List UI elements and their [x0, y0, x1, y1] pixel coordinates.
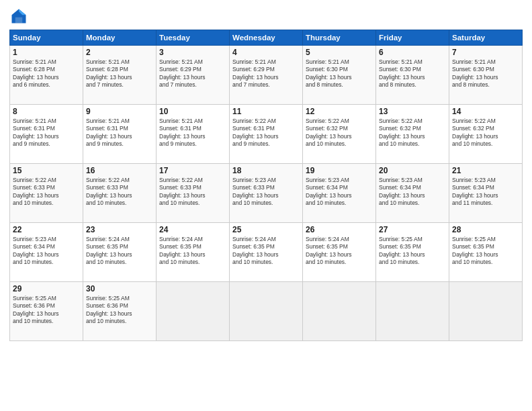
- calendar-cell: 13Sunrise: 5:22 AMSunset: 6:32 PMDayligh…: [376, 105, 449, 164]
- cell-info: Sunrise: 5:21 AMSunset: 6:31 PMDaylight:…: [159, 118, 226, 148]
- calendar-cell: 30Sunrise: 5:25 AMSunset: 6:36 PMDayligh…: [83, 282, 157, 341]
- day-number: 5: [306, 48, 373, 57]
- calendar-cell: [376, 282, 449, 341]
- cell-info: Sunrise: 5:25 AMSunset: 6:35 PMDaylight:…: [379, 236, 446, 267]
- day-number: 12: [306, 107, 373, 116]
- calendar-table: SundayMondayTuesdayWednesdayThursdayFrid…: [9, 30, 523, 341]
- day-number: 23: [86, 225, 153, 234]
- day-number: 10: [159, 107, 226, 116]
- day-number: 3: [159, 48, 226, 57]
- calendar-week-1: 1Sunrise: 5:21 AMSunset: 6:28 PMDaylight…: [10, 46, 523, 105]
- day-number: 26: [306, 225, 373, 234]
- calendar-cell: 4Sunrise: 5:21 AMSunset: 6:29 PMDaylight…: [230, 46, 303, 105]
- day-number: 24: [159, 225, 226, 234]
- weekday-header-sunday: Sunday: [10, 30, 83, 46]
- cell-info: Sunrise: 5:21 AMSunset: 6:30 PMDaylight:…: [379, 58, 446, 89]
- calendar-cell: [449, 282, 523, 341]
- cell-info: Sunrise: 5:25 AMSunset: 6:36 PMDaylight:…: [13, 295, 80, 326]
- cell-info: Sunrise: 5:24 AMSunset: 6:35 PMDaylight:…: [159, 236, 226, 267]
- cell-info: Sunrise: 5:22 AMSunset: 6:31 PMDaylight:…: [232, 118, 300, 148]
- day-number: 13: [379, 107, 446, 116]
- svg-rect-2: [15, 17, 23, 24]
- day-number: 30: [86, 284, 153, 293]
- weekday-header-monday: Monday: [83, 30, 157, 46]
- calendar-week-4: 22Sunrise: 5:23 AMSunset: 6:34 PMDayligh…: [10, 223, 523, 282]
- cell-info: Sunrise: 5:23 AMSunset: 6:33 PMDaylight:…: [232, 177, 300, 208]
- calendar-cell: 14Sunrise: 5:22 AMSunset: 6:32 PMDayligh…: [449, 105, 523, 164]
- day-number: 9: [86, 107, 153, 116]
- calendar-cell: 22Sunrise: 5:23 AMSunset: 6:34 PMDayligh…: [10, 223, 83, 282]
- calendar-cell: 19Sunrise: 5:23 AMSunset: 6:34 PMDayligh…: [303, 164, 376, 223]
- calendar-cell: 12Sunrise: 5:22 AMSunset: 6:32 PMDayligh…: [303, 105, 376, 164]
- calendar-cell: 9Sunrise: 5:21 AMSunset: 6:31 PMDaylight…: [83, 105, 157, 164]
- cell-info: Sunrise: 5:25 AMSunset: 6:36 PMDaylight:…: [86, 295, 153, 326]
- calendar-cell: [230, 282, 303, 341]
- logo: [9, 7, 31, 26]
- cell-info: Sunrise: 5:22 AMSunset: 6:32 PMDaylight:…: [306, 118, 373, 148]
- cell-info: Sunrise: 5:23 AMSunset: 6:34 PMDaylight:…: [13, 236, 80, 267]
- header: [9, 7, 523, 26]
- cell-info: Sunrise: 5:22 AMSunset: 6:33 PMDaylight:…: [13, 177, 80, 208]
- cell-info: Sunrise: 5:25 AMSunset: 6:35 PMDaylight:…: [452, 236, 519, 267]
- calendar-cell: 1Sunrise: 5:21 AMSunset: 6:28 PMDaylight…: [10, 46, 83, 105]
- cell-info: Sunrise: 5:21 AMSunset: 6:28 PMDaylight:…: [13, 58, 80, 89]
- cell-info: Sunrise: 5:23 AMSunset: 6:34 PMDaylight:…: [379, 177, 446, 208]
- day-number: 2: [86, 48, 153, 57]
- calendar-cell: 5Sunrise: 5:21 AMSunset: 6:30 PMDaylight…: [303, 46, 376, 105]
- day-number: 16: [86, 166, 153, 175]
- cell-info: Sunrise: 5:21 AMSunset: 6:29 PMDaylight:…: [232, 58, 300, 89]
- cell-info: Sunrise: 5:24 AMSunset: 6:35 PMDaylight:…: [86, 236, 153, 267]
- cell-info: Sunrise: 5:21 AMSunset: 6:30 PMDaylight:…: [452, 58, 519, 89]
- day-number: 6: [379, 48, 446, 57]
- day-number: 11: [232, 107, 300, 116]
- cell-info: Sunrise: 5:23 AMSunset: 6:34 PMDaylight:…: [452, 177, 519, 208]
- calendar-cell: 10Sunrise: 5:21 AMSunset: 6:31 PMDayligh…: [157, 105, 230, 164]
- calendar-week-2: 8Sunrise: 5:21 AMSunset: 6:31 PMDaylight…: [10, 105, 523, 164]
- calendar-week-5: 29Sunrise: 5:25 AMSunset: 6:36 PMDayligh…: [10, 282, 523, 341]
- calendar-cell: 2Sunrise: 5:21 AMSunset: 6:28 PMDaylight…: [83, 46, 157, 105]
- day-number: 14: [452, 107, 519, 116]
- calendar-cell: 23Sunrise: 5:24 AMSunset: 6:35 PMDayligh…: [83, 223, 157, 282]
- calendar-week-3: 15Sunrise: 5:22 AMSunset: 6:33 PMDayligh…: [10, 164, 523, 223]
- day-number: 4: [232, 48, 300, 57]
- cell-info: Sunrise: 5:24 AMSunset: 6:35 PMDaylight:…: [306, 236, 373, 267]
- weekday-header-saturday: Saturday: [449, 30, 523, 46]
- day-number: 27: [379, 225, 446, 234]
- cell-info: Sunrise: 5:21 AMSunset: 6:29 PMDaylight:…: [159, 58, 226, 89]
- cell-info: Sunrise: 5:23 AMSunset: 6:34 PMDaylight:…: [306, 177, 373, 208]
- weekday-row: SundayMondayTuesdayWednesdayThursdayFrid…: [10, 30, 523, 46]
- cell-info: Sunrise: 5:22 AMSunset: 6:33 PMDaylight:…: [86, 177, 153, 208]
- calendar-cell: 15Sunrise: 5:22 AMSunset: 6:33 PMDayligh…: [10, 164, 83, 223]
- day-number: 20: [379, 166, 446, 175]
- day-number: 18: [232, 166, 300, 175]
- day-number: 1: [13, 48, 80, 57]
- calendar-cell: 24Sunrise: 5:24 AMSunset: 6:35 PMDayligh…: [157, 223, 230, 282]
- cell-info: Sunrise: 5:22 AMSunset: 6:33 PMDaylight:…: [159, 177, 226, 208]
- day-number: 17: [159, 166, 226, 175]
- cell-info: Sunrise: 5:21 AMSunset: 6:30 PMDaylight:…: [306, 58, 373, 89]
- weekday-header-friday: Friday: [376, 30, 449, 46]
- calendar-cell: 21Sunrise: 5:23 AMSunset: 6:34 PMDayligh…: [449, 164, 523, 223]
- calendar-cell: 17Sunrise: 5:22 AMSunset: 6:33 PMDayligh…: [157, 164, 230, 223]
- calendar-cell: 7Sunrise: 5:21 AMSunset: 6:30 PMDaylight…: [449, 46, 523, 105]
- calendar-cell: 8Sunrise: 5:21 AMSunset: 6:31 PMDaylight…: [10, 105, 83, 164]
- calendar-cell: 11Sunrise: 5:22 AMSunset: 6:31 PMDayligh…: [230, 105, 303, 164]
- cell-info: Sunrise: 5:21 AMSunset: 6:31 PMDaylight:…: [13, 118, 80, 148]
- weekday-header-tuesday: Tuesday: [157, 30, 230, 46]
- day-number: 7: [452, 48, 519, 57]
- day-number: 22: [13, 225, 80, 234]
- calendar-cell: 20Sunrise: 5:23 AMSunset: 6:34 PMDayligh…: [376, 164, 449, 223]
- day-number: 15: [13, 166, 80, 175]
- calendar-cell: 27Sunrise: 5:25 AMSunset: 6:35 PMDayligh…: [376, 223, 449, 282]
- cell-info: Sunrise: 5:21 AMSunset: 6:28 PMDaylight:…: [86, 58, 153, 89]
- day-number: 21: [452, 166, 519, 175]
- weekday-header-thursday: Thursday: [303, 30, 376, 46]
- calendar-cell: 29Sunrise: 5:25 AMSunset: 6:36 PMDayligh…: [10, 282, 83, 341]
- cell-info: Sunrise: 5:24 AMSunset: 6:35 PMDaylight:…: [232, 236, 300, 267]
- calendar-cell: 28Sunrise: 5:25 AMSunset: 6:35 PMDayligh…: [449, 223, 523, 282]
- cell-info: Sunrise: 5:21 AMSunset: 6:31 PMDaylight:…: [86, 118, 153, 148]
- day-number: 8: [13, 107, 80, 116]
- calendar-cell: 25Sunrise: 5:24 AMSunset: 6:35 PMDayligh…: [230, 223, 303, 282]
- calendar-body: 1Sunrise: 5:21 AMSunset: 6:28 PMDaylight…: [10, 46, 523, 341]
- page: SundayMondayTuesdayWednesdayThursdayFrid…: [0, 0, 532, 411]
